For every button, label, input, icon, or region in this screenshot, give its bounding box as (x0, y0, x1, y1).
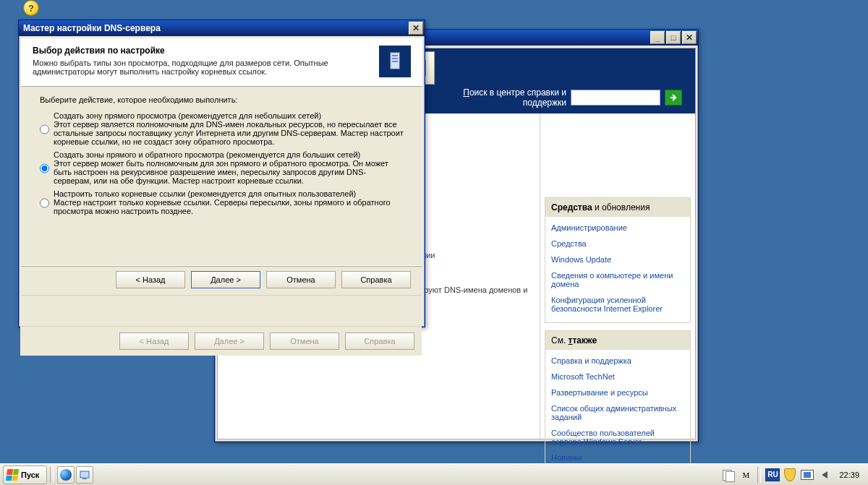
side-link[interactable]: Справка и поддержка (551, 356, 631, 365)
see-also-head-plain: См. (551, 335, 569, 345)
windows-flag-icon (6, 469, 19, 481)
svg-rect-4 (392, 61, 398, 62)
wizard-option-radio[interactable] (40, 191, 49, 215)
wizard-option-text: Создать зону прямого просмотра (рекоменд… (54, 111, 404, 146)
tray-docs-icon[interactable] (720, 467, 736, 483)
side-link[interactable]: Развертывание и ресурсы (551, 388, 648, 397)
maximize-button[interactable]: □ (666, 31, 681, 44)
dns-wizard-window: Мастер настройки DNS-сервера ✕ Выбор дей… (18, 20, 425, 327)
taskbar-clock[interactable]: 22:39 (833, 471, 865, 479)
tray-network-icon[interactable] (799, 467, 815, 483)
server-icon (379, 46, 411, 77)
taskbar[interactable]: Пуск М RU 22:39 (0, 463, 868, 485)
system-tray: М RU 22:39 (720, 467, 865, 483)
tray-security-icon[interactable] (782, 467, 798, 483)
help-icon[interactable]: ? (23, 0, 39, 16)
minimize-button[interactable]: _ (650, 31, 665, 44)
search-label: Поиск в центре справки и поддержки (463, 87, 566, 108)
search-label-accel: П (463, 87, 469, 98)
search-label-line1-rest: оиск в центре справки и (469, 87, 566, 98)
wizard-prompt: Выберите действие, которое необходимо вы… (40, 95, 404, 104)
tools-head-bold: Средства (551, 202, 592, 213)
next-button-disabled: Далее > (195, 332, 264, 350)
taskbar-separator (50, 467, 54, 483)
parent-wizard-buttons: < Назад Далее > Отмена Справка (20, 326, 422, 356)
help-icon-glyph: ? (28, 3, 34, 14)
search-label-line2: поддержки (523, 98, 566, 108)
tray-volume-icon[interactable] (817, 467, 833, 483)
back-button[interactable]: < Назад (116, 271, 185, 288)
wizard-title: Мастер настройки DNS-сервера (23, 23, 161, 33)
wizard-heading: Выбор действия по настройке (33, 46, 372, 56)
svg-rect-6 (82, 478, 87, 479)
side-link[interactable]: Администрирование (551, 223, 627, 232)
wizard-header: Выбор действия по настройке Можно выбрат… (21, 38, 422, 87)
wizard-option-radio[interactable] (40, 152, 49, 185)
help-button-disabled: Справка (345, 332, 414, 350)
cancel-button-disabled: Отмена (270, 332, 339, 350)
see-also-panel: См. ттакже Справка и поддержкаMicrosoft … (545, 330, 691, 472)
wizard-option-text: Настроить только корневые ссылки (рекоме… (54, 189, 404, 215)
search-row: Поиск в центре справки и поддержки (463, 87, 682, 108)
globe-icon (60, 469, 72, 481)
tools-head-rest: и обновления (592, 202, 650, 213)
wizard-option[interactable]: Настроить только корневые ссылки (рекоме… (40, 189, 404, 215)
tray-separator (757, 467, 761, 483)
back-button-disabled: < Назад (119, 332, 189, 350)
wizard-option-radio[interactable] (40, 113, 49, 146)
wizard-option[interactable]: Создать зону прямого просмотра (рекоменд… (40, 111, 404, 146)
wizard-body: Выбор действия по настройке Можно выбрат… (21, 38, 422, 325)
wizard-option[interactable]: Создать зоны прямого и обратного просмот… (40, 150, 404, 185)
help-button[interactable]: Справка (341, 271, 411, 288)
see-also-head-rest: также (572, 335, 597, 345)
tools-panel-head: Средства и обновления (545, 198, 690, 217)
search-go-button[interactable] (665, 90, 682, 106)
side-link[interactable]: Средства (551, 239, 587, 248)
side-link[interactable]: Новинки (551, 453, 582, 462)
start-label: Пуск (21, 471, 39, 479)
svg-rect-3 (392, 58, 398, 59)
side-link[interactable]: Windows Update (551, 255, 611, 264)
language-badge: RU (765, 468, 780, 481)
tray-m-indicator[interactable]: М (738, 467, 754, 483)
close-button[interactable]: ✕ (682, 31, 697, 44)
tools-panel: Средства и обновления АдминистрированиеС… (545, 197, 691, 323)
quicklaunch-ie-icon[interactable] (57, 466, 75, 484)
next-button[interactable]: Далее > (191, 271, 260, 288)
wizard-titlebar[interactable]: Мастер настройки DNS-сервера ✕ (19, 20, 425, 36)
shield-icon (784, 468, 796, 481)
wizard-option-text: Создать зоны прямого и обратного просмот… (54, 150, 404, 185)
svg-rect-5 (80, 471, 89, 478)
speaker-icon (822, 471, 827, 478)
search-input[interactable] (571, 90, 660, 106)
cancel-button[interactable]: Отмена (266, 271, 336, 288)
documents-icon (723, 470, 734, 480)
side-link[interactable]: Список общих административных заданий (551, 404, 676, 421)
svg-rect-2 (392, 55, 398, 56)
side-link[interactable]: Microsoft TechNet (551, 372, 615, 381)
language-indicator[interactable]: RU (765, 467, 780, 483)
see-also-head: См. ттакже (545, 331, 690, 350)
side-link[interactable]: Сообщество пользователей сервера Windows… (551, 429, 655, 446)
quicklaunch-desktop-icon[interactable] (76, 466, 93, 484)
wizard-subheading: Можно выбрать типы зон просмотра, подход… (33, 59, 372, 76)
wizard-close-button[interactable]: ✕ (409, 22, 423, 35)
side-link[interactable]: Сведения о компьютере и имени домена (551, 271, 673, 288)
wizard-lower-strip (21, 295, 422, 325)
start-button[interactable]: Пуск (3, 465, 47, 484)
m-indicator-label: М (743, 471, 750, 479)
help-right-column: Средства и обновления АдминистрированиеС… (540, 113, 695, 439)
wizard-button-row: < Назад Далее > Отмена Справка (21, 265, 422, 294)
network-icon (801, 470, 814, 480)
side-link[interactable]: Конфигурация усиленной безопасности Inte… (551, 296, 663, 313)
